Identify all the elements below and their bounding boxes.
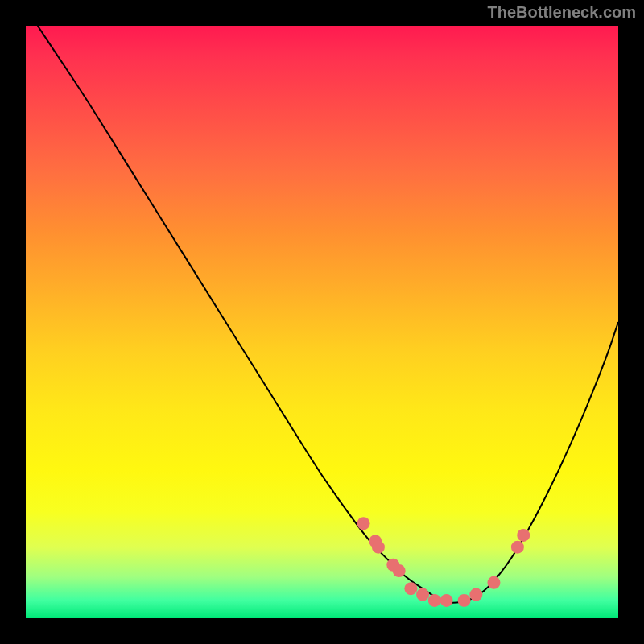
highlight-dot [416, 588, 429, 601]
highlight-dot [458, 594, 471, 607]
bottleneck-curve [38, 26, 618, 603]
highlight-dot [404, 582, 417, 595]
highlight-dot [487, 576, 500, 589]
highlight-dot [428, 594, 441, 607]
highlight-dot [511, 541, 524, 554]
highlight-dots [357, 517, 530, 607]
highlight-dot [357, 517, 370, 530]
attribution-text: TheBottleneck.com [488, 3, 636, 22]
highlight-dot [393, 564, 406, 577]
highlight-dot [372, 541, 385, 554]
chart-svg [26, 26, 618, 618]
highlight-dot [517, 529, 530, 542]
highlight-dot [469, 588, 482, 601]
highlight-dot [440, 594, 453, 607]
